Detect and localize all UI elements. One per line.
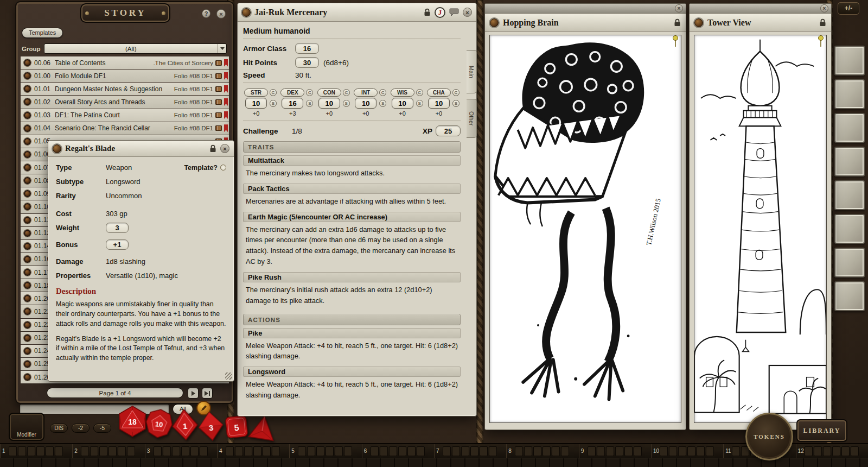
speech-bubble-icon[interactable] [449, 8, 459, 16]
stack-panel[interactable] [834, 180, 865, 210]
hotbar-slot[interactable] [624, 446, 633, 456]
hp-value[interactable]: 30 [295, 57, 319, 68]
image-titlebar[interactable]: Hopping Brain [485, 14, 686, 32]
templates-button[interactable]: Templates [22, 28, 63, 38]
last-page-button[interactable] [202, 388, 213, 399]
hotbar-slot[interactable] [660, 446, 668, 456]
hotbar-slot[interactable] [263, 446, 271, 456]
hotbar-slot[interactable] [9, 446, 17, 456]
lock-icon[interactable] [424, 8, 431, 16]
hotbar-slot[interactable] [316, 446, 324, 456]
hotbar-slot[interactable] [407, 446, 416, 456]
npc-tab[interactable]: Other [467, 99, 477, 138]
stack-panel[interactable] [834, 113, 865, 143]
hotbar-slot[interactable] [697, 446, 705, 456]
lock-icon[interactable] [674, 18, 681, 27]
ability-check-button[interactable]: C [416, 89, 423, 96]
close-icon[interactable]: × [216, 9, 226, 18]
d10-die[interactable]: 1 [171, 408, 199, 443]
close-icon[interactable]: × [463, 8, 472, 17]
hotbar-slot[interactable] [36, 446, 44, 456]
pushpin-icon[interactable] [818, 35, 824, 47]
ability-save-button[interactable]: S [379, 100, 386, 107]
stack-panel[interactable] [834, 281, 865, 311]
group-dropdown[interactable]: (All) [44, 43, 227, 54]
story-entry-row[interactable]: 01.04 Scenario One: The Rancid Cellar Fo… [21, 122, 229, 135]
window-drag-bar[interactable]: × [690, 4, 831, 14]
hotbar-slot[interactable] [841, 446, 850, 456]
story-entry-row[interactable]: 01.00 Folio Module DF1 Folio #08 DF1 [21, 70, 229, 82]
hotbar-slot[interactable] [552, 446, 560, 456]
close-icon[interactable]: × [820, 4, 828, 12]
weight-value[interactable]: 3 [106, 223, 129, 233]
lock-icon[interactable] [819, 18, 826, 27]
hotbar-slot[interactable] [226, 446, 234, 456]
d6-die[interactable]: 5 [224, 414, 249, 441]
xp-value[interactable]: 25 [436, 125, 461, 136]
item-titlebar[interactable]: Regalt's Blade × [48, 141, 234, 157]
hotbar-slot[interactable] [634, 446, 642, 456]
d8-die[interactable]: 3 [197, 410, 226, 444]
template-radio[interactable] [220, 165, 226, 171]
hotbar-slot[interactable] [253, 446, 261, 456]
hotbar-slot[interactable] [832, 446, 840, 456]
hotbar-slot[interactable] [307, 446, 315, 456]
ability-score-box[interactable]: 10 [245, 98, 267, 109]
hotbar-slot[interactable] [335, 446, 343, 456]
modifier-stack-button[interactable]: +/- [838, 2, 859, 15]
hotbar-slot[interactable] [18, 446, 26, 456]
pushpin-icon[interactable] [672, 35, 679, 47]
npc-tab[interactable]: Main [467, 50, 477, 93]
stack-panel[interactable] [834, 147, 865, 176]
story-entry-row[interactable]: 01.03 DF1: The Patina Court Folio #08 DF… [21, 109, 229, 122]
ability-save-button[interactable]: S [270, 100, 277, 107]
hotbar-slot[interactable] [55, 446, 63, 456]
hotbar-slot[interactable] [533, 446, 541, 456]
hotbar-slot[interactable] [597, 446, 605, 456]
minus2-button[interactable]: -2 [72, 424, 90, 433]
hotbar-slot[interactable] [99, 446, 107, 456]
hotbar-slot[interactable] [678, 446, 686, 456]
hotbar-slot[interactable] [154, 446, 162, 456]
hotbar-slot[interactable] [669, 446, 677, 456]
hotbar-slot[interactable] [524, 446, 532, 456]
image-titlebar[interactable]: Tower View [690, 14, 831, 32]
hotbar-slot[interactable] [244, 446, 252, 456]
hotbar-slot[interactable] [235, 446, 243, 456]
ability-check-button[interactable]: C [270, 89, 277, 96]
dis-button[interactable]: DIS [50, 424, 68, 433]
hotbar-slot[interactable] [172, 446, 180, 456]
d4-die[interactable] [247, 413, 278, 444]
ability-check-button[interactable]: C [306, 89, 313, 96]
hotbar-slot[interactable] [118, 446, 126, 456]
hotbar-slot[interactable] [90, 446, 98, 456]
modifier-box[interactable]: Modifier [9, 413, 44, 441]
ability-score-box[interactable]: 10 [318, 98, 340, 109]
hotbar-slot[interactable] [27, 446, 35, 456]
hotbar-slot[interactable] [443, 446, 451, 456]
hotbar-slot[interactable] [461, 446, 469, 456]
stack-panel[interactable] [834, 79, 865, 109]
minus5-button[interactable]: -5 [93, 424, 111, 433]
ability-save-button[interactable]: S [343, 100, 350, 107]
window-drag-bar[interactable]: × [485, 4, 686, 14]
d12-die[interactable]: 10 [144, 407, 175, 442]
next-page-button[interactable] [188, 388, 199, 399]
hotbar-slot[interactable] [46, 446, 54, 456]
lock-icon[interactable] [209, 144, 216, 153]
stack-panel[interactable] [834, 248, 865, 277]
npc-titlebar[interactable]: Jai-Ruk Mercenary J × [238, 3, 476, 22]
ability-save-button[interactable]: S [416, 100, 423, 107]
resize-grip[interactable] [225, 373, 232, 380]
hotbar-slot[interactable] [344, 446, 352, 456]
hotbar-slot[interactable] [615, 446, 623, 456]
hotbar-slot[interactable] [190, 446, 199, 456]
hotbar-slot[interactable] [851, 446, 859, 456]
hotbar-slot[interactable] [687, 446, 695, 456]
hotbar-slot[interactable] [398, 446, 406, 456]
ability-score-box[interactable]: 10 [392, 98, 413, 109]
stack-panel[interactable] [834, 214, 865, 244]
ability-save-button[interactable]: S [452, 100, 459, 107]
hotbar-slot[interactable] [371, 446, 379, 456]
hotbar-slot[interactable] [389, 446, 397, 456]
